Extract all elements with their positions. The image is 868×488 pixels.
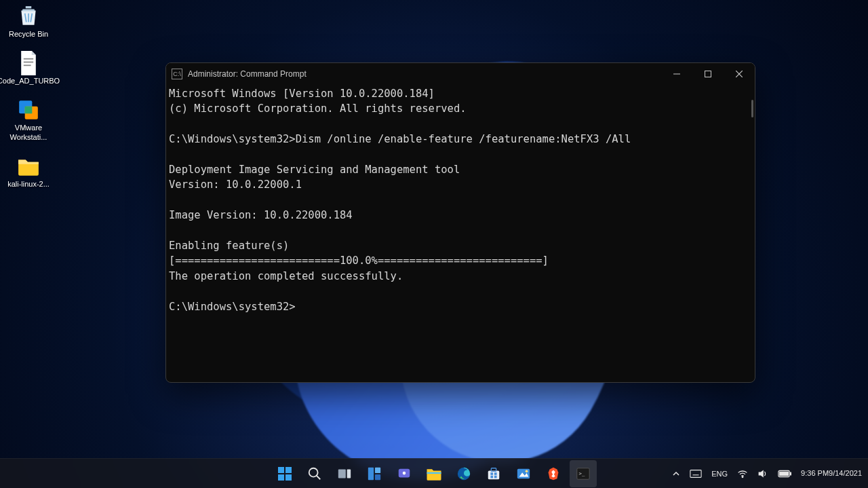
folder-icon — [16, 154, 41, 179]
svg-rect-18 — [375, 467, 380, 472]
desktop-icon-recycle-bin[interactable]: Recycle Bin — [3, 3, 54, 40]
svg-rect-11 — [278, 474, 284, 481]
svg-rect-12 — [285, 474, 292, 481]
svg-rect-19 — [375, 474, 380, 479]
volume-icon[interactable] — [755, 469, 770, 478]
battery-icon[interactable] — [776, 470, 793, 478]
svg-rect-35 — [690, 470, 701, 477]
svg-rect-7 — [673, 74, 680, 75]
svg-point-42 — [742, 476, 743, 478]
brave-button[interactable] — [540, 460, 567, 487]
clock-time: 9:36 PM — [801, 469, 829, 478]
svg-rect-28 — [490, 475, 493, 478]
terminal-line: (c) Microsoft Corporation. All rights re… — [169, 102, 467, 115]
desktop-icon-label: kali-linux-2... — [7, 180, 50, 189]
terminal-line: C:\Windows\system32>Dism /online /enable… — [169, 133, 631, 145]
terminal-output[interactable]: Microsoft Windows [Version 10.0.22000.18… — [166, 85, 755, 382]
svg-text:>_: >_ — [579, 470, 585, 476]
language-label: ENG — [711, 470, 728, 478]
file-explorer-button[interactable] — [420, 460, 448, 487]
desktop-icon-kali-folder[interactable]: kali-linux-2... — [3, 153, 54, 190]
terminal-line: Version: 10.0.22000.1 — [169, 179, 302, 191]
terminal-line: The operation completed successfully. — [169, 270, 403, 282]
desktop-icon-code-ad-turbo[interactable]: Code_AD_TURBO — [3, 50, 54, 87]
svg-rect-45 — [780, 472, 789, 475]
svg-line-14 — [317, 475, 321, 479]
desktop-icon-label: Code_AD_TURBO — [0, 77, 60, 86]
svg-point-13 — [309, 468, 318, 476]
svg-rect-16 — [347, 469, 351, 478]
start-button[interactable] — [271, 460, 298, 487]
svg-rect-44 — [790, 472, 791, 475]
svg-rect-0 — [26, 6, 32, 8]
store-button[interactable] — [480, 460, 507, 487]
chat-button[interactable] — [391, 460, 418, 487]
close-button[interactable] — [724, 63, 755, 85]
window-title: Administrator: Command Prompt — [188, 69, 307, 79]
language-indicator[interactable]: ENG — [709, 470, 730, 478]
minimize-button[interactable] — [661, 63, 692, 85]
svg-point-21 — [403, 471, 406, 474]
svg-rect-9 — [278, 467, 284, 473]
svg-point-32 — [526, 470, 528, 472]
recycle-bin-icon — [16, 4, 41, 29]
svg-rect-30 — [517, 468, 530, 478]
svg-rect-27 — [494, 472, 497, 475]
clock-date: 9/14/2021 — [829, 469, 862, 478]
desktop-icons: Recycle Bin Code_AD_TURBO VMware Worksta… — [3, 3, 54, 190]
wifi-icon[interactable] — [735, 469, 750, 478]
svg-rect-6 — [25, 107, 33, 114]
taskbar: >_ ENG 9:36 PM 9/14/2021 — [0, 458, 868, 488]
scrollbar-thumb[interactable] — [751, 100, 753, 117]
edge-button[interactable] — [450, 460, 477, 487]
photos-button[interactable] — [510, 460, 537, 487]
widgets-button[interactable] — [361, 460, 388, 487]
window-controls — [661, 63, 755, 85]
svg-rect-1 — [24, 58, 33, 60]
desktop-icon-vmware[interactable]: VMware Workstati... — [3, 96, 54, 143]
terminal-line: Image Version: 10.0.22000.184 — [169, 209, 353, 221]
terminal-line: [==========================100.0%=======… — [169, 255, 549, 267]
svg-rect-24 — [488, 470, 500, 479]
cmd-icon: C:\ — [172, 69, 182, 79]
terminal-line: Enabling feature(s) — [169, 240, 289, 252]
system-tray: ENG 9:36 PM 9/14/2021 — [670, 469, 864, 478]
svg-rect-3 — [24, 65, 31, 67]
svg-rect-17 — [368, 467, 374, 479]
task-view-button[interactable] — [331, 460, 358, 487]
svg-rect-26 — [490, 472, 493, 475]
keyboard-icon[interactable] — [688, 469, 704, 478]
svg-rect-2 — [24, 62, 33, 63]
search-button[interactable] — [301, 460, 328, 487]
maximize-button[interactable] — [692, 63, 724, 85]
command-prompt-window[interactable]: C:\ Administrator: Command Prompt Micros… — [165, 62, 755, 383]
svg-rect-29 — [494, 475, 497, 478]
text-file-icon — [16, 51, 41, 75]
clock[interactable]: 9:36 PM 9/14/2021 — [799, 469, 864, 478]
desktop-icon-label: Recycle Bin — [9, 30, 48, 39]
svg-rect-10 — [285, 467, 292, 473]
svg-rect-15 — [338, 469, 346, 478]
vmware-icon — [16, 98, 41, 122]
svg-rect-8 — [705, 71, 711, 77]
command-prompt-button[interactable]: >_ — [570, 460, 597, 487]
terminal-line: C:\Windows\system32> — [169, 301, 296, 313]
taskbar-center: >_ — [271, 460, 597, 487]
terminal-line: Microsoft Windows [Version 10.0.22000.18… — [169, 88, 435, 100]
terminal-line: Deployment Image Servicing and Managemen… — [169, 164, 460, 176]
window-titlebar[interactable]: C:\ Administrator: Command Prompt — [166, 63, 755, 85]
tray-overflow-button[interactable] — [670, 470, 682, 478]
desktop-icon-label: VMware Workstati... — [4, 124, 53, 141]
svg-rect-22 — [427, 472, 441, 473]
